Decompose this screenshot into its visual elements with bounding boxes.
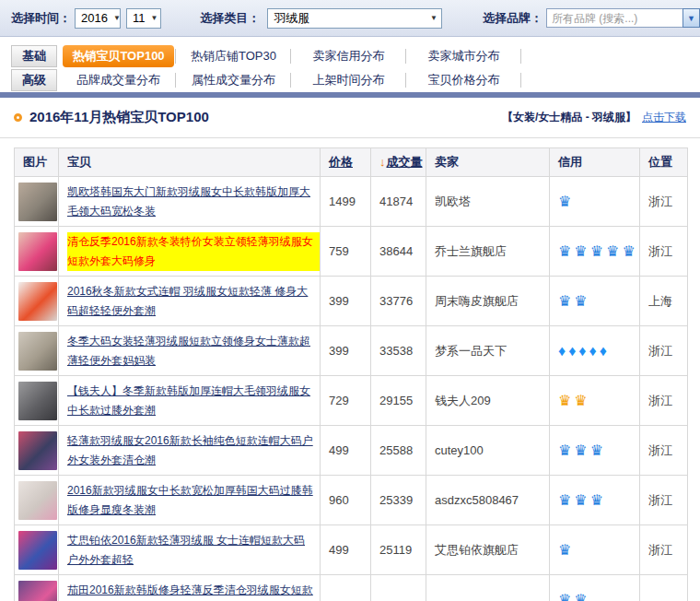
diamond-blue-icon: ♦	[568, 343, 577, 359]
tab-seller-credit-distribution[interactable]: 卖家信用分布	[291, 44, 406, 68]
item-seller: 乔士兰旗舰店	[426, 227, 550, 277]
tab-seller-city-distribution[interactable]: 卖家城市分布	[406, 44, 521, 68]
table-row: 轻薄款羽绒服女2016新款长袖纯色短款连帽大码户外女装外套清仓潮 499 255…	[15, 426, 688, 476]
header-price-label: 价格	[329, 155, 353, 169]
item-location: 上海	[640, 277, 688, 326]
seller-credit: ♛♛♛♛♛	[550, 227, 640, 277]
item-seller: 梦系一品天下	[426, 326, 550, 376]
tab-seller-credit-label: 卖家信用分布	[313, 48, 385, 65]
crown-blue-icon: ♛	[558, 542, 572, 558]
header-price-sort[interactable]: 价格	[321, 148, 371, 177]
item-link[interactable]: 2016新款羽绒服女中长款宽松加厚韩国大码过膝韩版修身显瘦冬装潮	[67, 481, 320, 520]
time-filter-label: 选择时间：	[11, 10, 71, 27]
item-seller: 凯欧塔	[426, 177, 550, 227]
item-link[interactable]: 2016秋冬新款女式连帽 羽绒服女短款轻薄 修身大码超轻轻便外套潮	[67, 282, 320, 321]
dropdown-arrow-icon: ▼	[151, 14, 158, 22]
table-row: 艾思铂依2016新款轻薄羽绒服 女士连帽短款大码户外外套超轻 499 25119…	[15, 525, 688, 575]
item-price: 499	[321, 525, 371, 575]
crown-blue-icon: ♛	[574, 492, 588, 508]
hot-items-table: 图片 宝贝 价格 ↓成交量 卖家 信用 位置 凯欧塔韩国东大门新款羽绒服女中长款…	[14, 147, 688, 601]
item-link[interactable]: 轻薄款羽绒服女2016新款长袖纯色短款连帽大码户外女装外套清仓潮	[67, 431, 320, 470]
download-link[interactable]: 点击下载	[642, 110, 686, 125]
header-location: 位置	[640, 148, 688, 177]
tab-attribute-volume-distribution[interactable]: 属性成交量分布	[176, 68, 291, 92]
seller-credit: ♛	[550, 525, 640, 575]
item-link[interactable]: 冬季大码女装轻薄羽绒服短款立领修身女士薄款超薄轻便外套妈妈装	[67, 332, 320, 371]
item-thumbnail[interactable]	[18, 332, 57, 371]
item-price: 759	[321, 227, 371, 277]
dropdown-arrow-icon: ▼	[113, 14, 121, 22]
item-seller: 艾思铂依旗舰店	[426, 525, 550, 575]
item-thumbnail[interactable]	[18, 282, 57, 321]
tab-hot-shops-top30[interactable]: 热销店铺TOP30	[176, 44, 291, 68]
seller-credit: ♛♛	[550, 277, 640, 326]
item-price: 1499	[321, 177, 371, 227]
crown-blue-icon: ♛	[574, 243, 588, 259]
crown-blue-icon: ♛	[574, 442, 588, 458]
header-seller: 卖家	[426, 148, 550, 177]
item-volume: 29155	[371, 376, 426, 426]
brand-filter-label: 选择品牌：	[483, 10, 542, 27]
crown-blue-icon: ♛	[590, 243, 604, 259]
tab-row-advanced: 高级 品牌成交量分布 属性成交量分布 上架时间分布 宝贝价格分布	[0, 68, 700, 92]
crown-blue-icon: ♛	[558, 194, 572, 209]
brand-dropdown-button[interactable]: ▼	[682, 8, 700, 28]
brand-search-input[interactable]	[546, 8, 682, 28]
item-location: 浙江	[640, 326, 688, 376]
tab-listing-time-distribution[interactable]: 上架时间分布	[291, 68, 406, 92]
item-volume: 41874	[371, 177, 426, 227]
tab-hot-items-top100[interactable]: 热销宝贝TOP100	[61, 44, 176, 68]
seller-credit: ♛	[550, 177, 640, 227]
table-row: 【钱夫人】冬季新款韩版加厚连帽大毛领羽绒服女中长款过膝外套潮 729 29155…	[15, 376, 688, 426]
crown-blue-icon: ♛	[558, 492, 572, 508]
item-thumbnail[interactable]	[18, 581, 57, 601]
tab-item-price-distribution[interactable]: 宝贝价格分布	[406, 68, 521, 92]
item-link[interactable]: 清仓反季2016新款冬装特价女装立领轻薄羽绒服女短款外套大码修身	[67, 232, 320, 271]
item-thumbnail[interactable]	[18, 232, 57, 271]
tab-brand-volume-distribution[interactable]: 品牌成交量分布	[61, 68, 176, 92]
item-location: 浙江	[640, 177, 688, 227]
table-row: 清仓反季2016新款冬装特价女装立领轻薄羽绒服女短款外套大码修身 759 386…	[15, 227, 688, 277]
header-volume-sort[interactable]: ↓成交量	[371, 148, 426, 177]
item-price: 399	[321, 277, 371, 326]
crown-blue-icon: ♛	[590, 442, 604, 458]
item-price: 729	[321, 376, 371, 426]
category-select[interactable]: 羽绒服 ▼	[267, 8, 442, 29]
diamond-blue-icon: ♦	[578, 343, 587, 359]
tab-group-advanced: 高级	[11, 69, 57, 91]
tab-group-basic: 基础	[11, 45, 57, 67]
item-link[interactable]: 【钱夫人】冬季新款韩版加厚连帽大毛领羽绒服女中长款过膝外套潮	[67, 382, 320, 420]
tab-attribute-volume-label: 属性成交量分布	[192, 72, 275, 88]
section-header: 2016年11月热销宝贝TOP100 【女装/女士精品 - 羽绒服】 点击下载	[0, 98, 700, 138]
item-location: 浙江	[640, 476, 688, 525]
seller-credit: ♛♛♛	[550, 476, 640, 525]
item-seller: asdzxc5808467	[426, 476, 550, 525]
tab-hot-shops-top30-label: 热销店铺TOP30	[191, 48, 276, 65]
item-thumbnail[interactable]	[18, 431, 57, 470]
diamond-blue-icon: ♦	[558, 343, 566, 359]
item-thumbnail[interactable]	[18, 382, 57, 420]
item-link[interactable]: 茄田2016新款韩版修身轻薄反季清仓羽绒服女短款连	[67, 581, 320, 601]
seller-credit: ♛♛	[550, 376, 640, 426]
item-location	[640, 575, 688, 601]
header-credit: 信用	[550, 148, 640, 177]
bullet-icon	[14, 113, 22, 122]
item-link[interactable]: 艾思铂依2016新款轻薄羽绒服 女士连帽短款大码户外外套超轻	[67, 531, 320, 570]
item-location: 浙江	[640, 525, 688, 575]
item-thumbnail[interactable]	[18, 183, 57, 221]
seller-credit: ♛♛♛	[550, 426, 640, 476]
item-thumbnail[interactable]	[18, 481, 57, 520]
item-thumbnail[interactable]	[18, 531, 57, 570]
month-select[interactable]: 11 ▼	[126, 8, 161, 29]
header-volume-label: 成交量	[387, 155, 423, 169]
table-header-row: 图片 宝贝 价格 ↓成交量 卖家 信用 位置	[15, 148, 688, 177]
year-select[interactable]: 2016 ▼	[75, 8, 121, 29]
tab-seller-city-label: 卖家城市分布	[428, 48, 500, 65]
table-row: 冬季大码女装轻薄羽绒服短款立领修身女士薄款超薄轻便外套妈妈装 399 33538…	[15, 326, 688, 376]
item-link[interactable]: 凯欧塔韩国东大门新款羽绒服女中长款韩版加厚大毛领大码宽松冬装	[67, 183, 320, 221]
diamond-blue-icon: ♦	[589, 343, 598, 359]
item-seller: 周末嗨皮旗舰店	[426, 277, 550, 326]
crown-blue-icon: ♛	[558, 442, 572, 458]
item-location: 浙江	[640, 426, 688, 476]
crown-blue-icon: ♛	[558, 592, 572, 601]
